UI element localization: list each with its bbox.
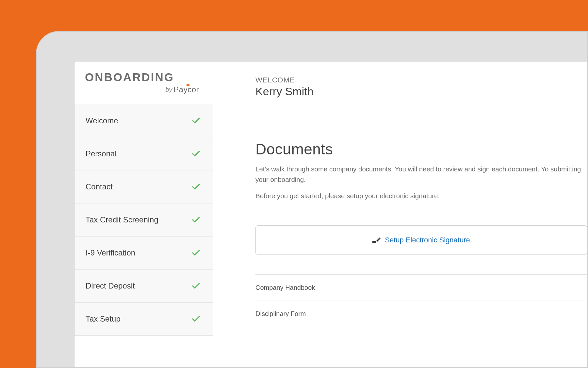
check-icon bbox=[191, 281, 201, 291]
document-name: Disciplinary Form bbox=[255, 310, 306, 317]
setup-electronic-signature-button[interactable]: Setup Electronic Signature bbox=[255, 225, 587, 255]
sidebar-header: ONBOARDING by Paycor bbox=[74, 61, 213, 104]
brand-company-text: Paycor bbox=[173, 85, 199, 94]
sidebar-item-label: I-9 Verification bbox=[86, 248, 135, 257]
svg-rect-0 bbox=[372, 241, 376, 243]
signature-icon bbox=[372, 237, 381, 243]
check-icon bbox=[191, 215, 201, 225]
check-icon bbox=[191, 116, 201, 126]
app-root: ONBOARDING by Paycor Welcome bbox=[74, 61, 587, 367]
document-item-disciplinary-form[interactable]: Disciplinary Form bbox=[255, 301, 587, 327]
sidebar-item-i9-verification[interactable]: I-9 Verification bbox=[74, 237, 213, 270]
user-name: Kerry Smith bbox=[255, 85, 587, 98]
sidebar-item-label: Direct Deposit bbox=[86, 281, 135, 290]
check-icon bbox=[191, 149, 201, 159]
check-icon bbox=[191, 248, 201, 258]
signature-button-wrap: Setup Electronic Signature bbox=[255, 225, 587, 255]
sidebar: ONBOARDING by Paycor Welcome bbox=[74, 61, 213, 367]
check-icon bbox=[191, 182, 201, 192]
sidebar-item-label: Welcome bbox=[86, 116, 118, 125]
check-icon bbox=[191, 314, 201, 324]
page-intro-2: Before you get started, please setup you… bbox=[255, 192, 587, 200]
app-viewport: ONBOARDING by Paycor Welcome bbox=[74, 61, 587, 367]
sidebar-item-personal[interactable]: Personal bbox=[74, 137, 213, 170]
brand-title: ONBOARDING bbox=[84, 71, 204, 84]
device-frame: ONBOARDING by Paycor Welcome bbox=[36, 31, 588, 368]
page-intro-1: Let's walk through some company document… bbox=[255, 164, 587, 185]
document-name: Company Handbook bbox=[255, 284, 315, 291]
sidebar-item-contact[interactable]: Contact bbox=[74, 170, 213, 203]
page-title: Documents bbox=[255, 140, 587, 158]
main-content: WELCOME, Kerry Smith Documents Let's wal… bbox=[213, 61, 587, 367]
welcome-label: WELCOME, bbox=[255, 76, 587, 84]
brand-company: Paycor bbox=[173, 85, 199, 94]
document-list: Company Handbook Disciplinary Form bbox=[255, 274, 587, 327]
sidebar-item-label: Tax Credit Screening bbox=[86, 215, 158, 224]
sidebar-item-tax-credit-screening[interactable]: Tax Credit Screening bbox=[74, 203, 213, 237]
sidebar-item-welcome[interactable]: Welcome bbox=[74, 104, 213, 137]
paycor-arrow-icon bbox=[187, 83, 193, 87]
sidebar-item-direct-deposit[interactable]: Direct Deposit bbox=[74, 270, 213, 303]
sidebar-item-tax-setup[interactable]: Tax Setup bbox=[74, 303, 213, 336]
brand-by-label: by bbox=[165, 86, 172, 94]
brand-subtitle: by Paycor bbox=[84, 85, 204, 94]
sidebar-item-label: Contact bbox=[86, 182, 113, 191]
sidebar-item-label: Tax Setup bbox=[86, 314, 121, 324]
signature-button-label: Setup Electronic Signature bbox=[385, 236, 470, 244]
sidebar-nav: Welcome Personal Contact Tax Credit Scre… bbox=[74, 104, 213, 336]
sidebar-item-label: Personal bbox=[86, 149, 117, 158]
document-item-company-handbook[interactable]: Company Handbook bbox=[255, 275, 587, 301]
